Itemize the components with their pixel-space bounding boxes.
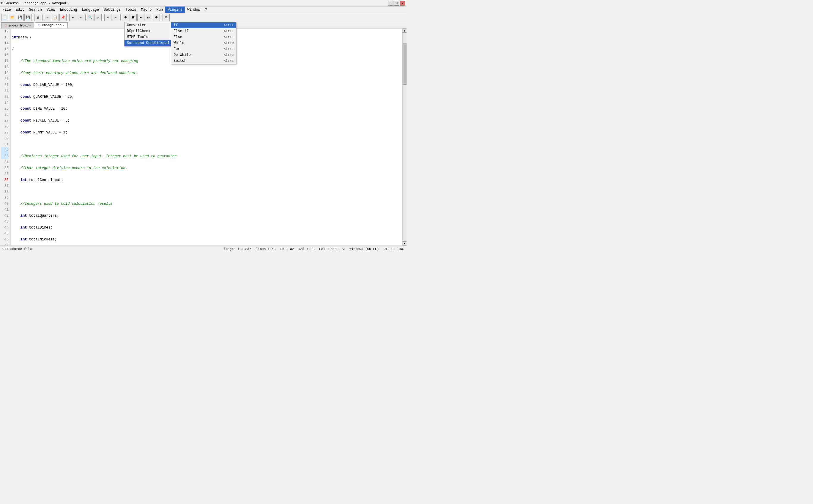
plugins-mime-label: MIME Tools [127,35,148,39]
plugins-dropdown: Converter DSpellCheck MIME Tools Surroun… [124,22,175,46]
save-all-button[interactable]: 💾 [24,14,31,21]
menu-window[interactable]: Window [185,7,203,13]
separator7 [161,15,161,21]
ins-label: INS [398,247,404,251]
col-label: Col : 33 [299,247,315,251]
code-line-20: const PENNY_VALUE = 1; [12,130,401,136]
menu-file[interactable]: File [0,7,13,13]
code-line-17: const QUARTER_VALUE = 25; [12,94,401,100]
surround-for-label: For [174,47,180,51]
plugins-mime-item[interactable]: MIME Tools [125,34,174,40]
titlebar: C:\Users\...\change.cpp - Notepad++ − □ … [0,0,407,7]
menu-macro[interactable]: Macro [139,7,154,13]
length-label: length : 2,337 [224,247,251,251]
new-button[interactable]: 📄 [1,14,8,21]
code-line-23: //that integer division occurs in the ca… [12,165,401,171]
print-button[interactable]: 🖨 [34,14,41,21]
code-line-15: //any their monetary values here are dec… [12,70,401,76]
find-button[interactable]: 🔍 [87,14,94,21]
code-line-22: //Declares integer used for user input. … [12,153,401,159]
code-line-24: int totalCentsInput; [12,177,401,183]
surround-while-shortcut: Alt+W [224,41,234,45]
surround-if-item[interactable]: If Alt+I [171,22,236,28]
minimize-button[interactable]: − [388,1,393,6]
menu-settings[interactable]: Settings [101,7,123,13]
titlebar-controls: − □ ✕ [388,1,405,6]
tab-label-index: index.html [8,24,28,27]
surround-else-item[interactable]: Else Alt+E [171,34,236,40]
menu-tools[interactable]: Tools [123,7,138,13]
surround-for-shortcut: Alt+F [224,47,234,51]
plugins-surround-item[interactable]: Surround Conditional [125,40,174,46]
code-line-28: int totalDimes; [12,225,401,231]
tab-close-index[interactable]: ✕ [29,24,31,27]
surround-elseif-shortcut: Alt+L [224,29,234,33]
surround-while-item[interactable]: While Alt+W [171,40,236,46]
titlebar-title: C:\Users\...\change.cpp - Notepad++ [1,1,70,5]
lines-label: lines : 63 [256,247,275,251]
macro-fast-button[interactable]: ⏭ [145,14,152,21]
close-button[interactable]: ✕ [400,1,405,6]
macro-stop-button[interactable]: ⏹ [130,14,137,21]
code-line-16: const DOLLAR_VALUE = 100; [12,82,401,88]
surround-for-item[interactable]: For Alt+F [171,46,236,52]
cut-button[interactable]: ✂ [44,14,51,21]
scroll-thumb[interactable] [403,43,407,85]
menu-view[interactable]: View [44,7,58,13]
scroll-up-button[interactable]: ▲ [403,29,407,33]
separator4 [85,15,86,21]
macro-record-button[interactable]: ⏺ [122,14,129,21]
separator1 [33,15,33,21]
menubar: File Edit Search View Encoding Language … [0,7,407,13]
menu-encoding[interactable]: Encoding [58,7,80,13]
surround-else-shortcut: Alt+E [224,35,234,39]
macro-play-button[interactable]: ▶ [137,14,144,21]
menu-plugins[interactable]: Plugins [165,7,185,13]
surround-while-label: While [174,41,184,45]
code-line-29: int totalNickels; [12,237,401,242]
open-button[interactable]: 📂 [9,14,16,21]
zoom-out-button[interactable]: − [112,14,119,21]
code-line-21 [12,141,401,147]
plugins-dspellcheck-item[interactable]: DSpellCheck [125,28,174,34]
undo-button[interactable]: ↩ [69,14,76,21]
surround-dowhile-item[interactable]: Do While Alt+O [171,52,236,58]
macro-save-button[interactable]: ⏺ [153,14,160,21]
menu-search[interactable]: Search [27,7,44,13]
maximize-button[interactable]: □ [394,1,399,6]
plugins-surround-label: Surround Conditional [127,41,170,45]
statusbar: C++ source file length : 2,337 lines : 6… [0,245,407,252]
tab-change-cpp[interactable]: ⬡ change.cpp ✕ [35,22,68,28]
surround-if-label: If [174,23,178,27]
tab-label-change: change.cpp [42,23,62,27]
replace-button[interactable]: ⇄ [94,14,102,21]
surround-dowhile-label: Do While [174,53,191,57]
tab-close-change[interactable]: ✕ [63,23,64,27]
save-button[interactable]: 💾 [17,14,24,21]
tab-index-html[interactable]: ⬡ index.html ✕ [1,22,34,28]
menu-edit[interactable]: Edit [13,7,27,13]
redo-button[interactable]: ↪ [77,14,84,21]
paste-button[interactable]: 📌 [59,14,67,21]
plugins-converter-item[interactable]: Converter [125,22,174,28]
surround-switch-item[interactable]: Switch Alt+S [171,58,236,64]
copy-button[interactable]: 📋 [52,14,59,21]
sel-label: Sel : 111 | 2 [319,247,345,251]
vertical-scrollbar[interactable]: ▲ ▼ [402,29,407,245]
surround-elseif-item[interactable]: Else if Alt+L [171,28,236,34]
menu-help[interactable]: ? [203,7,209,13]
menu-run[interactable]: Run [154,7,166,13]
code-line-26: //Integers used to hold calculation resu… [12,201,401,207]
separator6 [120,15,121,21]
scroll-down-button[interactable]: ▼ [403,241,407,245]
surround-dropdown: If Alt+I Else if Alt+L Else Alt+E While … [171,22,236,64]
cpp-icon: ⬡ [38,23,41,27]
scroll-track[interactable] [403,33,407,241]
html-icon: ⬡ [4,24,7,27]
code-line-19: const NICKEL_VALUE = 5; [12,118,401,124]
menu-language[interactable]: Language [79,7,101,13]
sync-button[interactable]: ⟳ [163,14,170,21]
zoom-in-button[interactable]: + [104,14,111,21]
statusbar-left: C++ source file [2,247,32,251]
toolbar: 📄 📂 💾 💾 🖨 ✂ 📋 📌 ↩ ↪ 🔍 ⇄ + − ⏺ ⏹ ▶ ⏭ ⏺ ⟳ [0,13,407,22]
